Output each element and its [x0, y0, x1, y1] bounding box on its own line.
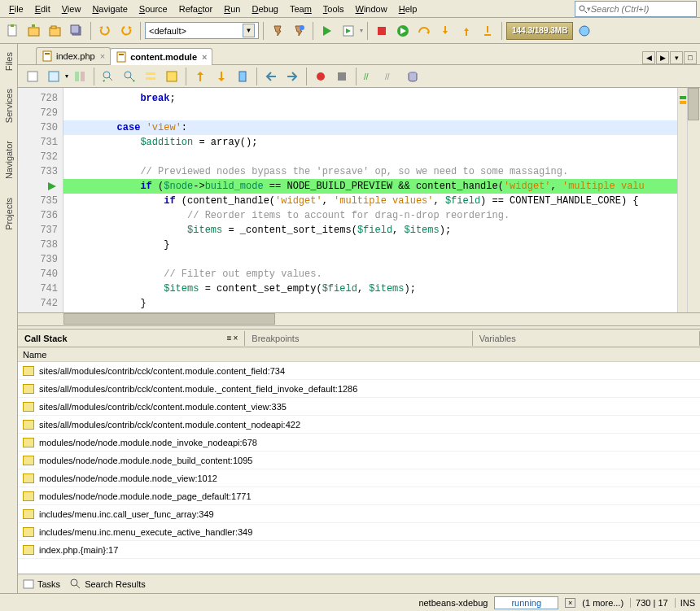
close-tab-icon[interactable]: ×: [202, 52, 207, 62]
stack-frame[interactable]: modules/node/node.module.node_invoke_nod…: [18, 434, 700, 452]
step-into-button[interactable]: [435, 21, 455, 41]
run-button[interactable]: [317, 21, 337, 41]
vertical-scrollbar[interactable]: [687, 88, 700, 312]
stack-frame[interactable]: modules/node/node.module.node_page_defau…: [18, 487, 700, 505]
stack-frame[interactable]: includes/menu.inc.menu_execute_active_ha…: [18, 523, 700, 541]
tab-call-stack[interactable]: Call Stack ≡ ×: [18, 331, 245, 346]
tab-variables[interactable]: Variables: [473, 331, 700, 346]
svg-rect-5: [51, 26, 56, 28]
redo-button[interactable]: [116, 21, 136, 41]
memory-indicator[interactable]: 144.3/189.3MB: [506, 22, 573, 40]
stack-frame[interactable]: modules/node/node.module.node_build_cont…: [18, 452, 700, 469]
svg-rect-3: [28, 28, 39, 36]
menu-view[interactable]: View: [56, 2, 87, 16]
new-project-button[interactable]: [24, 21, 44, 41]
error-stripe[interactable]: [677, 88, 687, 312]
menu-help[interactable]: Help: [393, 2, 423, 16]
close-tab-icon[interactable]: ×: [100, 51, 105, 61]
menu-tools[interactable]: Tools: [317, 2, 350, 16]
menu-refactor[interactable]: Refactor: [173, 2, 219, 16]
tab-breakpoints[interactable]: Breakpoints: [245, 331, 472, 346]
frame-icon: [23, 545, 34, 555]
undo-button[interactable]: [95, 21, 115, 41]
save-all-button[interactable]: [67, 21, 86, 41]
history-button[interactable]: [44, 67, 63, 86]
file-tab[interactable]: content.module×: [110, 48, 212, 65]
svg-point-32: [317, 72, 325, 81]
sidebar-projects[interactable]: Projects: [2, 193, 15, 235]
toggle-bookmark-button[interactable]: [233, 67, 252, 86]
stop-button[interactable]: [372, 21, 392, 41]
gc-button[interactable]: [575, 21, 594, 41]
svg-rect-10: [378, 27, 386, 35]
search-input[interactable]: [591, 4, 693, 14]
run-to-cursor-button[interactable]: [478, 21, 497, 41]
debug-state: running: [494, 596, 558, 609]
next-bookmark-button[interactable]: [212, 67, 231, 86]
menu-edit[interactable]: Edit: [29, 2, 56, 16]
comment-button[interactable]: //: [361, 67, 380, 86]
menu-navigate[interactable]: Navigate: [86, 2, 133, 16]
file-tab[interactable]: index.php×: [36, 47, 111, 64]
stack-frame[interactable]: sites/all/modules/contrib/cck/content.mo…: [18, 416, 700, 434]
menu-debug[interactable]: Debug: [246, 2, 283, 16]
svg-rect-27: [146, 77, 155, 80]
stack-frame[interactable]: modules/node/node.module.node_view:1012: [18, 469, 700, 487]
menu-team[interactable]: Team: [284, 2, 317, 16]
call-stack-list[interactable]: sites/all/modules/contrib/cck/content.mo…: [18, 362, 700, 574]
db-button[interactable]: [403, 67, 422, 86]
stop-session-icon[interactable]: ×: [565, 598, 575, 608]
quick-search[interactable]: ▾: [575, 1, 697, 17]
svg-rect-15: [45, 53, 50, 55]
menu-source[interactable]: Source: [133, 2, 173, 16]
tab-search-results[interactable]: Search Results: [70, 578, 146, 590]
stack-frame[interactable]: includes/menu.inc.call_user_func_array:3…: [18, 505, 700, 523]
debug-button[interactable]: [339, 21, 358, 41]
continue-button[interactable]: [393, 21, 413, 41]
macro-stop-button[interactable]: [332, 67, 352, 86]
svg-line-23: [109, 77, 112, 81]
uncomment-button[interactable]: //: [382, 67, 401, 86]
nav-back-button[interactable]: [98, 67, 118, 86]
tab-list[interactable]: ▾: [670, 51, 683, 64]
source-button[interactable]: [23, 67, 42, 86]
code-area[interactable]: break; case 'view': $addition = array();…: [63, 88, 677, 312]
build-button[interactable]: [268, 21, 287, 41]
tab-next[interactable]: ▶: [656, 51, 669, 64]
menu-window[interactable]: Window: [350, 2, 393, 16]
tab-tasks[interactable]: Tasks: [23, 578, 60, 590]
open-project-button[interactable]: [46, 21, 65, 41]
new-file-button[interactable]: [3, 21, 23, 41]
tab-prev[interactable]: ◀: [642, 51, 655, 64]
shift-right-button[interactable]: [282, 67, 302, 86]
horizontal-scrollbar[interactable]: [18, 312, 700, 325]
svg-rect-12: [484, 34, 491, 36]
menu-file[interactable]: File: [3, 2, 29, 16]
nav-fwd-button[interactable]: [120, 67, 139, 86]
config-dropdown[interactable]: <default>▼: [145, 22, 259, 39]
macro-record-button[interactable]: [311, 67, 330, 86]
stack-frame[interactable]: sites/all/modules/contrib/cck/content.mo…: [18, 380, 700, 398]
filter-icon[interactable]: ≡: [227, 334, 232, 343]
stack-frame[interactable]: index.php.{main}:17: [18, 541, 700, 559]
sidebar-files[interactable]: Files: [2, 47, 15, 76]
stack-frame[interactable]: sites/all/modules/contrib/cck/content.mo…: [18, 362, 700, 380]
step-over-button[interactable]: [414, 21, 434, 41]
close-panel-icon[interactable]: ×: [233, 334, 238, 343]
menu-run[interactable]: Run: [218, 2, 246, 16]
code-editor[interactable]: 7287297307317327337357367377387397407417…: [18, 88, 700, 312]
more-sessions[interactable]: (1 more...): [582, 598, 623, 608]
clean-build-button[interactable]: [289, 21, 308, 41]
sidebar-services[interactable]: Services: [2, 84, 15, 128]
diff-button[interactable]: [70, 67, 90, 86]
prev-bookmark-button[interactable]: [190, 67, 210, 86]
toggle-highlight-button[interactable]: [162, 67, 182, 86]
svg-point-24: [125, 72, 131, 78]
search-icon: [578, 4, 587, 14]
find-selection-button[interactable]: [141, 67, 160, 86]
sidebar-navigator[interactable]: Navigator: [2, 136, 15, 184]
stack-frame[interactable]: sites/all/modules/contrib/cck/content.mo…: [18, 398, 700, 416]
step-out-button[interactable]: [457, 21, 476, 41]
maximize-editor[interactable]: □: [684, 51, 697, 64]
shift-left-button[interactable]: [261, 67, 281, 86]
